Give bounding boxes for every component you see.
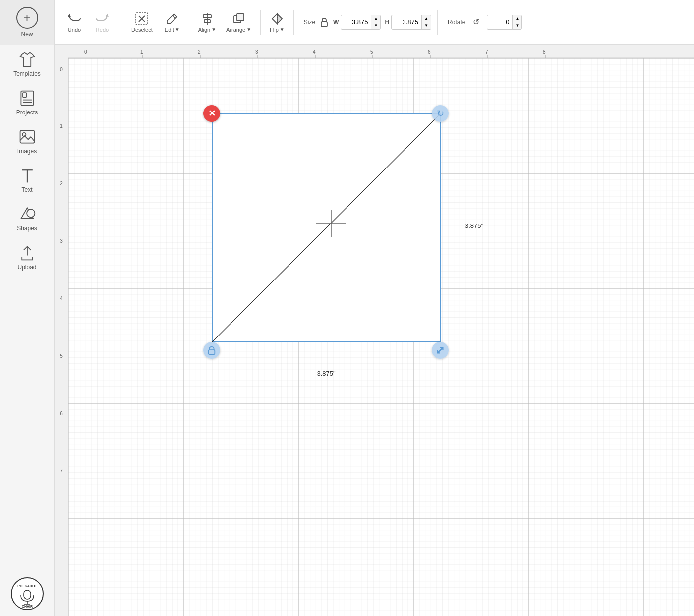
redo-icon bbox=[95, 12, 109, 26]
width-input-wrapper: ▲ ▼ bbox=[341, 15, 381, 30]
flip-icon bbox=[270, 12, 284, 26]
arrange-button[interactable]: Arrange ▼ bbox=[223, 10, 254, 35]
svg-text:3.875": 3.875" bbox=[317, 370, 336, 377]
svg-text:POLKADOT: POLKADOT bbox=[17, 584, 37, 588]
height-decrement-button[interactable]: ▼ bbox=[422, 22, 431, 29]
rotate-input-wrapper: ▲ ▼ bbox=[487, 15, 522, 30]
flip-button[interactable]: Flip ▼ bbox=[267, 10, 288, 35]
align-button[interactable]: Align ▼ bbox=[195, 10, 219, 35]
svg-rect-36 bbox=[209, 350, 215, 354]
size-label: Size bbox=[304, 19, 315, 26]
arrange-icon bbox=[232, 12, 246, 26]
height-label: H bbox=[385, 19, 389, 26]
rotate-handle-icon: ↻ bbox=[437, 108, 444, 119]
width-label: W bbox=[333, 19, 339, 26]
lock-icon[interactable] bbox=[319, 17, 329, 27]
grid-svg: 3.875" 3.875" bbox=[68, 58, 694, 616]
sidebar-images-label: Images bbox=[17, 148, 37, 155]
lock-handle[interactable] bbox=[203, 342, 220, 359]
new-circle-icon: + bbox=[16, 7, 38, 29]
undo-icon bbox=[67, 12, 81, 26]
svg-text:3.875": 3.875" bbox=[465, 222, 484, 229]
rotate-ccw-button[interactable]: ↺ bbox=[469, 15, 483, 29]
height-field-group: H ▲ ▼ bbox=[385, 15, 431, 30]
align-caret: ▼ bbox=[211, 27, 216, 32]
sidebar-new-label: New bbox=[21, 31, 33, 38]
scale-handle[interactable] bbox=[432, 342, 449, 359]
divider-5 bbox=[437, 10, 438, 35]
arrange-caret: ▼ bbox=[246, 27, 251, 32]
rotate-panel: Rotate ↺ ▲ ▼ bbox=[448, 15, 522, 30]
divider-2 bbox=[189, 10, 189, 35]
deselect-icon bbox=[135, 12, 149, 26]
shapes-icon bbox=[18, 205, 36, 223]
deselect-button[interactable]: Deselect bbox=[126, 10, 158, 35]
rotate-input[interactable] bbox=[487, 16, 512, 28]
ruler-left bbox=[55, 58, 68, 616]
svg-text:CHAIR: CHAIR bbox=[21, 605, 32, 608]
sidebar-item-projects[interactable]: Projects bbox=[0, 83, 54, 122]
delete-handle[interactable]: ✕ bbox=[203, 105, 220, 122]
logo: POLKADOT CHAIR bbox=[10, 576, 45, 611]
grid-canvas[interactable]: 3.875" 3.875" ✕ ↻ bbox=[68, 58, 694, 616]
redo-button[interactable]: Redo bbox=[90, 10, 114, 35]
svg-line-18 bbox=[173, 15, 175, 18]
text-icon bbox=[18, 167, 36, 184]
sidebar-text-label: Text bbox=[21, 186, 32, 193]
sidebar-item-new[interactable]: + New bbox=[0, 0, 54, 45]
ruler-corner bbox=[55, 45, 68, 58]
svg-rect-1 bbox=[23, 93, 26, 97]
width-field-group: W ▲ ▼ bbox=[333, 15, 381, 30]
sidebar-shapes-label: Shapes bbox=[17, 225, 37, 232]
edit-button[interactable]: Edit ▼ bbox=[162, 10, 183, 35]
ruler-left-svg bbox=[55, 58, 68, 616]
sidebar-item-text[interactable]: Text bbox=[0, 161, 54, 199]
lock-handle-icon bbox=[207, 346, 216, 355]
divider-4 bbox=[293, 10, 294, 35]
undo-button[interactable]: Undo bbox=[62, 10, 86, 35]
divider-1 bbox=[120, 10, 120, 35]
rotate-decrement-button[interactable]: ▼ bbox=[513, 22, 521, 29]
sidebar-upload-label: Upload bbox=[17, 264, 36, 271]
scale-handle-icon bbox=[436, 346, 445, 355]
ruler-top-svg: /* generated below */ bbox=[68, 45, 694, 58]
sidebar: + New Templates Projects Images Text bbox=[0, 0, 55, 616]
rotate-label: Rotate bbox=[448, 19, 465, 26]
sidebar-item-shapes[interactable]: Shapes bbox=[0, 199, 54, 238]
sidebar-templates-label: Templates bbox=[13, 70, 41, 77]
rotate-handle[interactable]: ↻ bbox=[432, 105, 449, 122]
svg-rect-25 bbox=[321, 22, 327, 27]
edit-icon bbox=[165, 12, 179, 26]
svg-rect-23 bbox=[237, 14, 244, 21]
divider-3 bbox=[260, 10, 261, 35]
svg-line-37 bbox=[438, 348, 443, 353]
svg-rect-4 bbox=[20, 130, 34, 143]
flip-caret: ▼ bbox=[280, 27, 285, 32]
svg-point-8 bbox=[27, 209, 35, 217]
canvas-area[interactable]: /* generated below */ bbox=[55, 45, 694, 616]
shirt-icon bbox=[18, 51, 36, 68]
upload-icon bbox=[18, 244, 36, 262]
size-panel: Size W ▲ ▼ H ▲ bbox=[304, 15, 431, 30]
align-icon bbox=[200, 12, 214, 26]
toolbar: Undo Redo Deselect Edit ▼ bbox=[55, 0, 694, 45]
width-increment-button[interactable]: ▲ bbox=[371, 15, 380, 22]
bookmark-icon bbox=[18, 89, 36, 107]
sidebar-item-images[interactable]: Images bbox=[0, 122, 54, 161]
rotate-increment-button[interactable]: ▲ bbox=[513, 15, 521, 22]
ruler-top: /* generated below */ bbox=[68, 45, 694, 58]
sidebar-item-templates[interactable]: Templates bbox=[0, 45, 54, 83]
height-input-wrapper: ▲ ▼ bbox=[391, 15, 431, 30]
edit-caret: ▼ bbox=[175, 27, 180, 32]
height-increment-button[interactable]: ▲ bbox=[422, 15, 431, 22]
delete-x-icon: ✕ bbox=[208, 109, 216, 118]
sidebar-projects-label: Projects bbox=[16, 109, 38, 116]
width-input[interactable] bbox=[341, 16, 371, 28]
sidebar-item-upload[interactable]: Upload bbox=[0, 238, 54, 277]
image-icon bbox=[18, 128, 36, 146]
height-input[interactable] bbox=[392, 16, 421, 28]
width-decrement-button[interactable]: ▼ bbox=[371, 22, 380, 29]
